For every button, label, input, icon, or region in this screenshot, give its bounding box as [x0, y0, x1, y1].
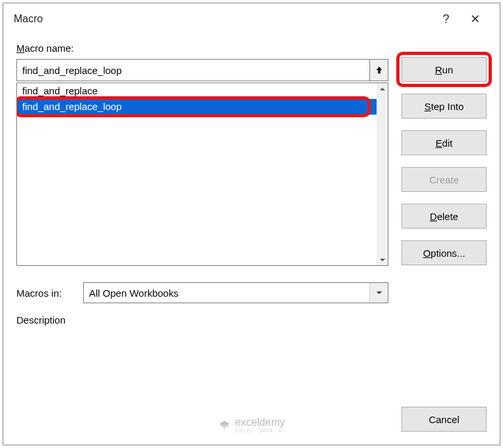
macro-dialog: Macro ? ✕ Macro name: find_and_replace f… — [3, 3, 500, 445]
chevron-down-icon — [376, 289, 382, 296]
description-label: Description — [16, 314, 388, 326]
list-item[interactable]: find_and_replace — [17, 83, 388, 99]
chevron-down-icon — [379, 257, 386, 263]
macros-in-value: All Open Workbooks — [89, 288, 178, 299]
step-into-button[interactable]: Step Into — [401, 94, 487, 119]
cancel-row: Cancel — [401, 407, 487, 432]
dialog-body: Macro name: find_and_replace find_and_re… — [3, 35, 500, 445]
dialog-title: Macro — [14, 13, 432, 25]
delete-button[interactable]: Delete — [401, 204, 487, 229]
create-button: Create — [401, 167, 487, 192]
list-item[interactable]: find_and_replace_loop — [17, 99, 388, 115]
scroll-up-button[interactable] — [377, 83, 388, 94]
options-button[interactable]: Options... — [401, 240, 487, 265]
titlebar: Macro ? ✕ — [3, 3, 500, 35]
macros-in-label: Macros in: — [16, 288, 75, 299]
scroll-down-button[interactable] — [377, 254, 388, 265]
close-button[interactable]: ✕ — [460, 12, 489, 26]
left-panel: Macro name: find_and_replace find_and_re… — [16, 40, 388, 432]
macro-name-label: Macro name: — [16, 43, 388, 54]
goto-macro-button[interactable] — [370, 59, 388, 81]
macro-listbox[interactable]: find_and_replace find_and_replace_loop — [16, 83, 388, 266]
right-panel: Run Step Into Edit Create Delete Options… — [401, 40, 487, 432]
help-button[interactable]: ? — [432, 12, 460, 26]
scrollbar[interactable] — [377, 83, 388, 265]
chevron-up-icon — [379, 86, 386, 92]
macros-in-select[interactable]: All Open Workbooks — [83, 282, 388, 303]
edit-button[interactable]: Edit — [401, 130, 487, 155]
macros-in-row: Macros in: All Open Workbooks — [16, 282, 388, 304]
macro-name-input[interactable] — [16, 59, 370, 81]
cancel-button[interactable]: Cancel — [401, 407, 487, 432]
select-dropdown-button[interactable] — [369, 283, 388, 303]
arrow-up-icon — [375, 65, 384, 75]
run-button[interactable]: Run — [401, 57, 487, 82]
macro-name-row — [16, 59, 388, 81]
